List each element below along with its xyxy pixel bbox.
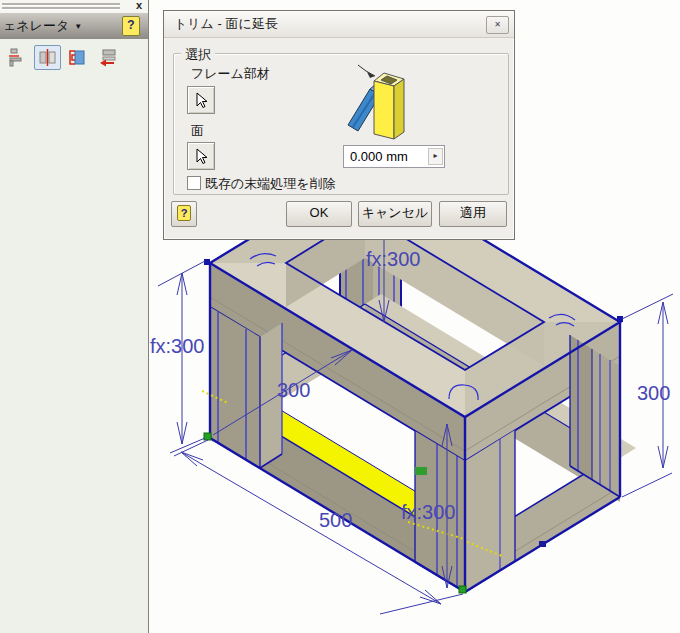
dimension-label[interactable]: 300 xyxy=(277,379,310,401)
green-selection-marker[interactable] xyxy=(415,467,427,475)
dialog-title-bar[interactable]: トリム - 面に延長 xyxy=(164,11,514,38)
panel-grip[interactable]: x xyxy=(0,0,148,13)
chevron-down-icon[interactable]: ▼ xyxy=(74,22,82,31)
lengthen-shorten-icon[interactable] xyxy=(94,45,121,70)
cursor-arrow-icon xyxy=(193,148,209,164)
help-icon: ? xyxy=(177,205,192,221)
trim-to-frame-icon[interactable] xyxy=(34,45,61,70)
panel-close-button[interactable]: x xyxy=(136,0,142,12)
dialog-help-button[interactable]: ? xyxy=(171,201,197,227)
ok-button[interactable]: OK xyxy=(286,201,352,227)
notch-icon[interactable] xyxy=(64,45,91,70)
cursor-arrow-icon xyxy=(193,92,209,108)
corner-joint-icon[interactable] xyxy=(4,45,31,70)
trim-preview-image xyxy=(344,59,422,147)
dimension-label[interactable]: fx:300 xyxy=(366,248,420,270)
dialog-title: トリム - 面に延長 xyxy=(174,16,278,31)
green-vertex-marker[interactable] xyxy=(459,586,466,593)
delete-end-treatment-label: 既存の末端処理を削除 xyxy=(205,175,336,193)
frame-generator-panel: x ェネレータ ▼ ? xyxy=(0,0,149,633)
trim-extend-dialog: トリム - 面に延長 ✕ 選択 フレーム部材 面 xyxy=(163,10,515,240)
face-label: 面 xyxy=(191,122,204,140)
corner-handle[interactable] xyxy=(204,259,210,265)
dimension-label[interactable]: 500 xyxy=(319,509,352,531)
dialog-close-button[interactable]: ✕ xyxy=(486,16,509,34)
frame-member-select-button[interactable] xyxy=(187,86,215,114)
offset-value: 0.000 mm xyxy=(350,149,408,164)
flyout-arrow-icon[interactable]: ▸ xyxy=(428,148,443,165)
panel-title-bar[interactable]: ェネレータ ▼ ? xyxy=(0,13,148,39)
dimension-label[interactable]: fx:300 xyxy=(401,501,455,523)
panel-toolbar xyxy=(0,39,148,70)
apply-button[interactable]: 適用 xyxy=(439,201,507,227)
panel-title: ェネレータ xyxy=(3,17,69,35)
delete-end-treatment-checkbox[interactable] xyxy=(187,176,201,190)
application-window: fx:300 fx:300 300 300 500 fx:300 x ェネレータ… xyxy=(0,0,680,633)
grip-line xyxy=(2,3,120,6)
edge-midpoint-marker[interactable] xyxy=(539,541,546,547)
offset-input[interactable]: 0.000 mm ▸ xyxy=(343,145,445,168)
selection-group-label: 選択 xyxy=(181,46,215,64)
grip-line xyxy=(2,7,120,10)
face-select-button[interactable] xyxy=(187,142,215,170)
green-vertex-marker[interactable] xyxy=(204,433,211,440)
cancel-button[interactable]: キャンセル xyxy=(358,201,432,227)
dimension-label[interactable]: 300 xyxy=(637,382,670,404)
help-icon[interactable]: ? xyxy=(122,16,140,36)
frame-member-label: フレーム部材 xyxy=(191,65,270,83)
dimension-label[interactable]: fx:300 xyxy=(150,335,204,357)
